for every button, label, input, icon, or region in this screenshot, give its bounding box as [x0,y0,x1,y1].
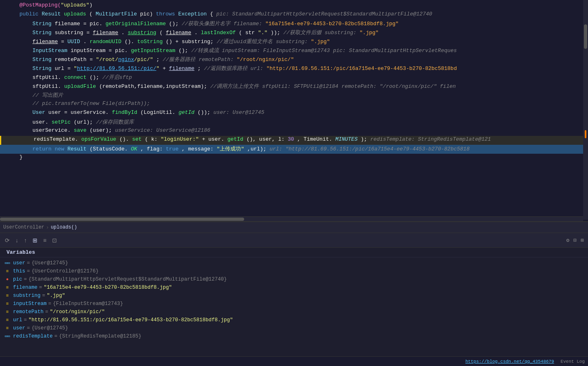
method-set: set [132,136,142,142]
method-getid: getId [179,109,195,115]
comment-transfer: // pic.transferTo(new File(dirPath)); [33,100,150,107]
debug-panel: ⟳ ↓ ↑ ⊞ ≡ ⊡ ⚙ ⊟ ⊞ Variables ∞∞ user = [0,233,588,356]
method-ops: opsForValue [81,136,116,142]
comment: //调用方法上传文件 [210,83,259,89]
uuid-type: UUID [68,39,80,45]
var-row-url[interactable]: ≡ url = "http://81.69.56.151:/pic/16a715… [3,316,585,324]
params: ( [89,11,92,17]
var-eq: = [42,293,46,298]
var-row-redis[interactable]: ∞∞ redisTemplate = {StringRedisTemplate@… [3,332,585,340]
status-link[interactable]: https://blog.csdn.net/qq_43548679 [466,359,554,364]
end: ()); [198,109,210,115]
line-content: userService. save (user); userService: U… [0,127,588,133]
code-line: InputStream inputStream = pic. getInputS… [0,46,588,55]
h-scrollbar[interactable] [0,216,583,221]
var-row-remotepath[interactable]: ≡ remotePath = "/root/nginx/pic/" [3,308,585,316]
step-over-button[interactable]: ⟳ [3,236,11,244]
var-eq: = [45,309,48,315]
method-connect: connect [64,74,87,81]
var-eq: = [55,333,58,339]
var-row-substring[interactable]: ≡ substring = ".jpg" [3,292,585,300]
paren-close: ) [89,2,92,8]
step-out-button[interactable]: ↑ [22,236,28,244]
tostring: toString [137,39,162,45]
var-row-this[interactable]: ≡ this = {UserController@12176} [3,267,585,275]
var: substring = [55,30,93,36]
icon-eq-is: ≡ [3,301,11,306]
comment-save: //保存回数据库 [96,119,134,125]
debug-str: "16a715e4-ee79-4453-b270-82bc5818bdf8.jp… [265,21,399,27]
debug-toolbar: ⟳ ↓ ↑ ⊞ ≡ ⊡ ⚙ ⊟ ⊞ [0,233,588,248]
var-name-url: url [13,317,22,323]
scrollbar-track[interactable] [583,0,588,220]
debug: userService: UserService@12186 [115,127,210,133]
code-line: userService. save (user); userService: U… [0,127,588,136]
status-bar: https://blog.csdn.net/qq_43548679 Event … [0,356,588,366]
var-name-redis: redisTemplate [13,333,53,339]
str-url2: " [156,65,160,72]
brace-close: } [20,154,23,160]
type-result: Result [42,11,64,17]
line-content: sftpUtil. connect (); //开启sftp [0,74,588,81]
var-row-user-obj[interactable]: ∞∞ user = {User@12745} [3,259,585,267]
event-log-button[interactable]: Event Log [561,359,585,364]
underline-filename: filename [93,30,118,36]
kw-throws: throws [156,11,178,17]
type-is: InputStream [33,48,71,54]
method-name: uploads [64,11,86,17]
var-name-user2: user [13,325,25,331]
scrollbar-thumb[interactable] [584,24,587,49]
concat: + [163,65,169,72]
icon-infinity-redis: ∞∞ [3,334,11,339]
run-button[interactable]: ⊞ [31,236,39,244]
code-line: } [0,154,588,163]
debug-toolbar-left: ⟳ ↓ ↑ ⊞ ≡ ⊡ [3,236,59,244]
debug: inputStream: FileInputStream@12743 pic: … [222,48,457,54]
args: (LoginUtil. [140,109,175,115]
debug: user: User@12745 [214,109,264,115]
line-content: String url = "http://81.69.56.151:/pic/"… [0,65,588,72]
line-content: String substring = filename . substring … [0,29,588,36]
icon-eq-substring: ≡ [3,293,11,298]
var-row-inputstream[interactable]: ≡ inputStream = {FileInputStream@12743} [3,300,585,308]
expand-button[interactable]: ⊡ [50,236,59,244]
var-row-filename[interactable]: ≡ filename = "16a715e4-ee79-4453-b270-82… [3,283,585,292]
breadcrumb-class[interactable]: UserController [3,224,44,230]
icon-eq-url: ≡ [3,318,11,322]
code-line: String substring = filename . substring … [0,28,588,37]
type-string: String [33,30,55,36]
debug: sftpUtil: SFTPUtil@12184 remotePath: "/r… [262,83,456,89]
args: (user); [90,127,112,133]
step-into-button[interactable]: ↓ [14,236,20,244]
breadcrumb-separator: › [46,224,49,231]
line-content: String filename = pic. getOriginalFilena… [0,20,588,27]
var-eq: = [39,285,42,290]
var-row-pic[interactable]: ● pic = {StandardMultipartHttpServletReq… [3,275,585,283]
code-line: @PostMapping("uploads") [0,2,588,11]
variables-content[interactable]: ∞∞ user = {User@12745} ≡ this = {UserCon… [0,257,588,356]
var-row-user2[interactable]: ≡ user = {User@12745} [3,324,585,332]
str-url: " [74,65,77,72]
nginx-link: nginx [118,57,134,63]
list-button[interactable]: ≡ [42,236,48,244]
method-last: lastIndexOf [201,30,236,36]
kw-return: return [33,146,55,152]
var-eq: = [48,301,52,307]
breadcrumb-method[interactable]: uploads() [51,224,77,230]
kw-true: true [166,146,179,152]
comment: //返回数据库路径 [204,65,247,72]
h-scrollbar-thumb[interactable] [0,218,244,221]
var-val-remotepath: "/root/nginx/pic/" [50,309,105,315]
redis: redisTemplate. [34,136,78,142]
expand-panel-icon[interactable]: ⊞ [580,236,585,244]
settings-icon[interactable]: ⚙ [566,236,571,244]
dot: . [121,30,125,36]
args3: , message: [182,146,217,152]
method-sub: substring [128,30,156,36]
code-line: User user = userService. findById (Login… [0,109,588,118]
layout-icon[interactable]: ⊟ [573,236,577,244]
assign: = [61,39,68,45]
str-dot: "." [258,30,267,36]
var-filename: filename = pic. [55,21,102,27]
line-content: // 写出图片 [0,92,588,99]
